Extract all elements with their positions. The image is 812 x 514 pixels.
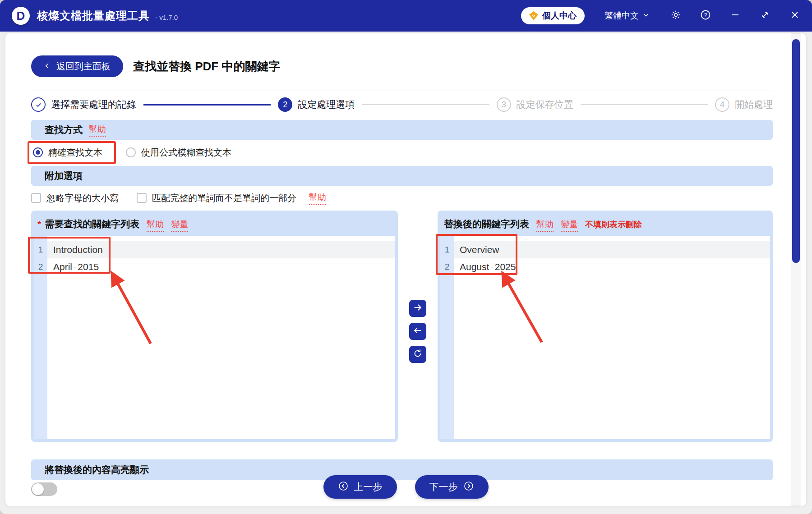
highlight-section-title: 將替換後的內容高亮顯示: [45, 464, 149, 476]
whole-word-label: 匹配完整的單詞而不是單詞的一部分: [152, 192, 296, 204]
user-center-button[interactable]: 個人中心: [521, 7, 585, 24]
step-indicator: 選擇需要處理的記錄 2 設定處理選項 3 設定保存位置 4 開始處理: [31, 96, 773, 113]
gem-icon: [529, 11, 538, 20]
settings-button[interactable]: [670, 10, 681, 21]
step-4: 4 開始處理: [715, 97, 773, 112]
step-connector-done: [143, 104, 271, 106]
space-marker: ·: [72, 262, 78, 272]
step-2: 2 設定處理選項: [278, 97, 355, 112]
step-2-number: 2: [278, 97, 292, 112]
find-item-text: April: [53, 262, 72, 272]
find-panel-help-link[interactable]: 幫助: [147, 219, 164, 232]
line-number: 1: [34, 241, 47, 258]
step-1-check-icon: [31, 97, 46, 112]
find-list-rows: Introduction April·2015: [47, 236, 395, 439]
app-title: 核燦文檔批量處理工具: [37, 9, 150, 23]
radio-exact-find[interactable]: [33, 147, 43, 157]
replace-panel-help-link[interactable]: 幫助: [536, 219, 554, 232]
replace-list-item[interactable]: Overview: [454, 241, 770, 258]
replace-panel-variable-link[interactable]: 變量: [561, 219, 578, 232]
search-mode-options: 精確查找文本 使用公式模糊查找文本: [31, 140, 773, 165]
vertical-scrollbar-track[interactable]: [791, 33, 801, 506]
previous-step-button[interactable]: 上一步: [323, 475, 397, 499]
line-number: 2: [34, 258, 47, 275]
search-mode-title: 查找方式: [45, 124, 83, 136]
find-item-text: 2015: [78, 262, 99, 272]
chevron-down-icon: [642, 11, 650, 21]
refresh-button[interactable]: [409, 346, 426, 363]
radio-fuzzy-find[interactable]: [126, 147, 136, 157]
step-connector-pending: [362, 104, 489, 105]
circle-chevron-right-icon: [463, 481, 474, 494]
find-panel-title: 需要查找的關鍵字列表: [45, 218, 139, 230]
whole-word-checkbox[interactable]: [137, 193, 147, 203]
ignore-case-label: 忽略字母的大小寫: [46, 192, 119, 204]
close-icon: [790, 10, 799, 21]
arrow-right-icon: [413, 303, 423, 314]
minimize-button[interactable]: [730, 10, 741, 21]
vertical-scrollbar-thumb[interactable]: [792, 39, 800, 263]
help-button[interactable]: ?: [700, 10, 711, 21]
back-to-dashboard-button[interactable]: 返回到主面板: [31, 55, 123, 77]
next-step-label: 下一步: [429, 481, 458, 493]
search-mode-help-link[interactable]: 幫助: [89, 124, 106, 137]
search-mode-header: 查找方式 幫助: [31, 120, 773, 140]
language-selector[interactable]: 繁體中文: [604, 10, 650, 22]
annotation-box-exact-radio: 精確查找文本: [28, 141, 116, 164]
line-number: 2: [440, 258, 454, 275]
replace-list-gutter: 1 2: [440, 236, 454, 439]
circle-chevron-left-icon: [338, 481, 349, 494]
find-list-item[interactable]: Introduction: [47, 241, 395, 258]
step-3-label: 設定保存位置: [517, 98, 573, 111]
logo-letter: D: [17, 9, 25, 23]
main-card: 返回到主面板 查找並替換 PDF 中的關鍵字 選擇需要處理的記錄 2 設定處理選…: [5, 33, 806, 506]
find-keywords-list[interactable]: 1 2 Introduction April·2015: [34, 236, 395, 439]
whole-word-group: 匹配完整的單詞而不是單詞的一部分: [137, 192, 296, 204]
header-row: 返回到主面板 查找並替換 PDF 中的關鍵字: [31, 55, 773, 77]
highlight-toggle[interactable]: [31, 482, 57, 496]
additional-options-help-link[interactable]: 幫助: [309, 192, 326, 205]
move-left-button[interactable]: [409, 323, 426, 340]
find-item-text: Introduction: [53, 244, 103, 255]
step-connector-pending: [581, 104, 708, 105]
next-step-button[interactable]: 下一步: [415, 475, 489, 499]
back-button-label: 返回到主面板: [56, 60, 111, 73]
question-icon: ?: [700, 9, 711, 22]
language-label: 繁體中文: [604, 10, 639, 22]
arrow-left-icon: [413, 326, 423, 337]
additional-options-header: 附加選項: [31, 166, 773, 186]
required-asterisk: *: [37, 219, 41, 229]
refresh-icon: [413, 349, 423, 360]
move-right-button[interactable]: [409, 300, 426, 317]
transfer-buttons: [398, 211, 438, 442]
find-keywords-panel: * 需要查找的關鍵字列表 幫助 變量 1 2 Introduction Apri…: [31, 211, 398, 442]
find-list-item[interactable]: April·2015: [47, 258, 395, 275]
ignore-case-checkbox[interactable]: [31, 193, 41, 203]
maximize-button[interactable]: [760, 10, 770, 21]
expand-icon: [761, 10, 770, 21]
radio-exact-find-label: 精確查找文本: [48, 147, 102, 159]
find-panel-header: * 需要查找的關鍵字列表 幫助 變量: [31, 211, 398, 232]
app-version: - v1.7.0: [155, 14, 178, 21]
additional-options-title: 附加選項: [45, 170, 83, 182]
previous-step-label: 上一步: [354, 481, 383, 493]
wizard-nav-buttons: 上一步 下一步: [323, 475, 489, 499]
titlebar: D 核燦文檔批量處理工具 - v1.7.0 個人中心 繁體中文 ?: [0, 0, 812, 32]
replace-item-text: 2025: [495, 262, 516, 272]
app-logo: D: [12, 7, 30, 25]
line-number: 1: [440, 241, 454, 258]
replace-keywords-panel: 替換後的關鍵字列表 幫助 變量 不填則表示刪除 1 2 Overview Aug…: [438, 211, 773, 442]
header-divider: [31, 91, 773, 91]
svg-text:?: ?: [704, 12, 707, 18]
replace-keywords-list[interactable]: 1 2 Overview August·2025: [440, 236, 770, 439]
app-window: D 核燦文檔批量處理工具 - v1.7.0 個人中心 繁體中文 ?: [0, 0, 812, 514]
step-1-label: 選擇需要處理的記錄: [51, 98, 136, 111]
ignore-case-group: 忽略字母的大小寫: [31, 192, 119, 204]
replace-list-item[interactable]: August·2025: [454, 258, 770, 275]
toggle-knob: [32, 483, 44, 495]
keyword-panels: * 需要查找的關鍵字列表 幫助 變量 1 2 Introduction Apri…: [31, 211, 773, 442]
close-button[interactable]: [789, 10, 800, 21]
minimize-icon: [731, 10, 740, 21]
replace-item-text: Overview: [460, 244, 499, 255]
find-panel-variable-link[interactable]: 變量: [171, 219, 188, 232]
